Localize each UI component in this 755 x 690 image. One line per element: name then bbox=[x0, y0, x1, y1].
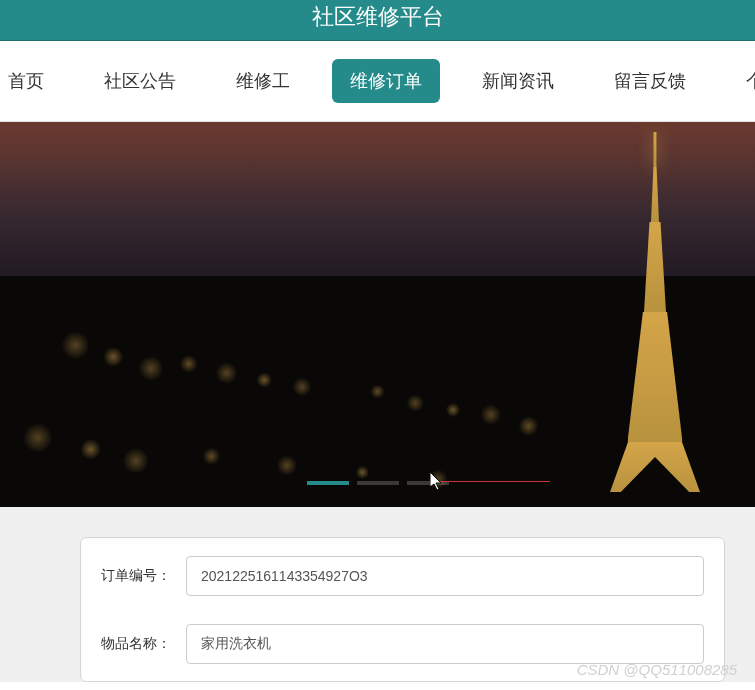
form-row-order-no: 订单编号： bbox=[101, 556, 704, 596]
main-nav: 首页 社区公告 维修工 维修订单 新闻资讯 留言反馈 个人 bbox=[0, 41, 755, 122]
form-row-item-name: 物品名称： bbox=[101, 624, 704, 664]
carousel-banner[interactable] bbox=[0, 122, 755, 507]
banner-tower bbox=[635, 132, 675, 482]
form-panel: 订单编号： 物品名称： bbox=[80, 537, 725, 682]
cursor-icon bbox=[430, 472, 444, 492]
red-line bbox=[430, 481, 550, 482]
nav-repairman[interactable]: 维修工 bbox=[218, 59, 308, 103]
header-title: 社区维修平台 bbox=[312, 4, 444, 29]
nav-repair-order[interactable]: 维修订单 bbox=[332, 59, 440, 103]
form-section: 订单编号： 物品名称： bbox=[0, 507, 755, 682]
nav-announcement[interactable]: 社区公告 bbox=[86, 59, 194, 103]
carousel-indicator-2[interactable] bbox=[357, 481, 399, 485]
label-order-no: 订单编号： bbox=[101, 567, 186, 585]
label-item-name: 物品名称： bbox=[101, 635, 186, 653]
carousel-indicators bbox=[307, 481, 449, 485]
page-header: 社区维修平台 bbox=[0, 0, 755, 41]
nav-feedback[interactable]: 留言反馈 bbox=[596, 59, 704, 103]
input-order-no[interactable] bbox=[186, 556, 704, 596]
nav-news[interactable]: 新闻资讯 bbox=[464, 59, 572, 103]
nav-personal[interactable]: 个人 bbox=[728, 59, 755, 103]
input-item-name[interactable] bbox=[186, 624, 704, 664]
nav-home[interactable]: 首页 bbox=[0, 59, 62, 103]
carousel-indicator-1[interactable] bbox=[307, 481, 349, 485]
